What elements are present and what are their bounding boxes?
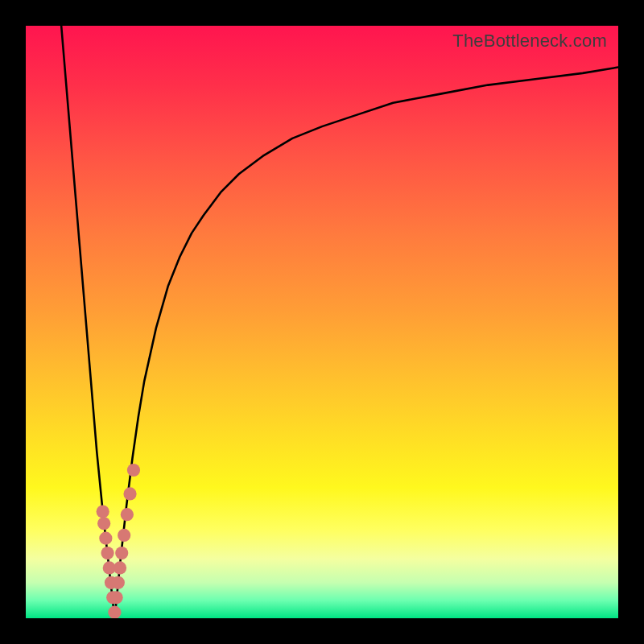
highlight-dot: [112, 576, 125, 589]
highlight-dot: [114, 561, 126, 574]
highlight-dot: [127, 464, 140, 477]
curve-layer: [26, 26, 618, 618]
watermark-text: TheBottleneck.com: [452, 31, 607, 52]
right-branch-curve: [114, 68, 618, 618]
highlight-dot: [108, 606, 121, 618]
highlight-dot: [101, 547, 114, 559]
highlight-dot: [115, 547, 128, 559]
highlight-dot: [97, 517, 110, 530]
highlight-dot: [123, 487, 136, 500]
highlight-dot: [118, 529, 130, 542]
highlight-cluster: [97, 464, 140, 618]
highlight-dot: [99, 532, 112, 545]
highlight-dot: [121, 508, 134, 521]
highlight-dot: [110, 591, 123, 604]
plot-area: TheBottleneck.com: [26, 26, 618, 618]
chart-frame: TheBottleneck.com: [0, 0, 644, 644]
highlight-dot: [97, 505, 109, 518]
